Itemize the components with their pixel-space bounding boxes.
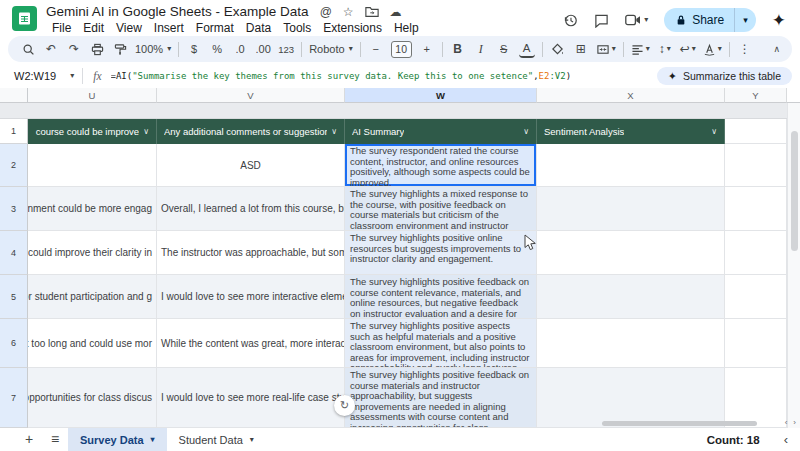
menu-tools[interactable]: Tools — [277, 21, 317, 36]
cell-y1[interactable] — [725, 119, 787, 144]
horizontal-align-button[interactable]: ▾ — [631, 40, 650, 58]
sheets-logo-icon[interactable] — [12, 6, 37, 31]
filter-chevron-icon[interactable]: ∨ — [331, 127, 337, 136]
cell-u6[interactable]: ten felt too long and could use mor — [28, 319, 157, 368]
cloud-saved-icon[interactable]: ☁ — [390, 6, 402, 18]
cell-y4[interactable] — [725, 231, 787, 275]
format-currency-button[interactable]: $ — [186, 40, 202, 58]
cell-y5[interactable] — [725, 275, 787, 319]
menu-view[interactable]: View — [110, 21, 148, 36]
text-rotation-button[interactable]: ▾ — [703, 40, 722, 58]
menu-help[interactable]: Help — [388, 21, 425, 36]
fill-color-button[interactable] — [550, 40, 566, 58]
vertical-align-button[interactable]: ↕ ▾ — [657, 40, 673, 58]
count-summary[interactable]: Count: 18 — [707, 434, 760, 446]
cell-w3[interactable]: The survey highlights a mixed response t… — [345, 187, 537, 231]
row-number-6[interactable]: 6 — [0, 319, 28, 368]
cell-y3[interactable] — [725, 187, 787, 231]
cell-w4[interactable]: The survey highlights positive online re… — [345, 231, 537, 275]
horizontal-scrollbar-handle[interactable] — [602, 421, 757, 426]
increase-font-size-button[interactable]: + — [419, 40, 435, 58]
undo-button[interactable]: ↶ — [43, 40, 59, 58]
column-header-y[interactable]: Y — [725, 88, 787, 103]
filter-chevron-icon[interactable]: ∨ — [143, 127, 149, 136]
expand-panel-icon[interactable]: ‹ — [784, 432, 788, 447]
search-menus-button[interactable] — [20, 40, 36, 58]
cell-v6[interactable]: While the content was great, more intera… — [157, 319, 345, 368]
redo-button[interactable]: ↷ — [66, 40, 82, 58]
paint-format-button[interactable] — [112, 40, 128, 58]
comments-icon[interactable] — [594, 13, 609, 28]
vertical-scrollbar[interactable] — [787, 103, 800, 428]
cell-w6[interactable]: The survey highlights positive aspects s… — [345, 319, 537, 368]
filter-chevron-icon[interactable]: ∨ — [523, 127, 529, 136]
more-toolbar-button[interactable]: ⋮ — [737, 40, 753, 58]
share-main[interactable]: Share — [664, 13, 734, 27]
row-number-5[interactable]: 5 — [0, 275, 28, 319]
share-dropdown-arrow-icon[interactable]: ▾ — [735, 15, 756, 25]
move-folder-icon[interactable] — [365, 6, 379, 17]
menu-edit[interactable]: Edit — [77, 21, 110, 36]
row-number-3[interactable]: 3 — [0, 187, 28, 231]
decrease-font-size-button[interactable]: − — [368, 40, 384, 58]
header-cell-v1[interactable]: Any additional comments or suggestions? … — [157, 119, 345, 144]
column-header-x[interactable]: X — [537, 88, 725, 103]
zoom-select[interactable]: 100% ▾ — [135, 43, 171, 55]
meet-call-button[interactable]: ▾ — [625, 14, 648, 26]
menu-file[interactable]: File — [46, 21, 77, 36]
filter-chevron-icon[interactable]: ∨ — [711, 127, 717, 136]
tab-survey-data[interactable]: Survey Data ▾ — [68, 428, 167, 451]
cell-x6[interactable] — [537, 319, 725, 368]
vertical-scrollbar-handle[interactable] — [791, 131, 798, 251]
borders-button[interactable]: ⊞ — [573, 40, 589, 58]
text-color-button[interactable]: A — [519, 40, 535, 58]
strikethrough-button[interactable]: S — [496, 40, 512, 58]
cell-x4[interactable] — [537, 231, 725, 275]
column-header-w[interactable]: W — [345, 88, 537, 103]
cell-x5[interactable] — [537, 275, 725, 319]
document-title[interactable]: Gemini AI in Google Sheets - Example Dat… — [46, 4, 309, 19]
header-cell-x1[interactable]: Sentiment Analysis ∨ — [537, 119, 725, 144]
scroll-right-icon[interactable]: › — [793, 418, 796, 427]
column-header-v[interactable]: V — [157, 88, 345, 103]
cell-y2[interactable] — [725, 144, 787, 187]
tab-menu-chevron-icon[interactable]: ▾ — [250, 436, 254, 444]
cell-y7[interactable] — [725, 368, 787, 428]
version-history-icon[interactable] — [563, 13, 578, 28]
format-percent-button[interactable]: % — [209, 40, 225, 58]
menu-format[interactable]: Format — [190, 21, 240, 36]
text-wrap-button[interactable]: ↩ ▾ — [680, 40, 696, 58]
cell-v3[interactable]: Overall, I learned a lot from this cours… — [157, 187, 345, 231]
cell-x2[interactable] — [537, 144, 725, 187]
cell-u3[interactable]: environment could be more engag — [28, 187, 157, 231]
print-button[interactable] — [89, 40, 105, 58]
name-box[interactable]: W2:W19 ▾ — [0, 70, 82, 82]
select-all-corner[interactable] — [0, 88, 28, 103]
font-size-input[interactable]: 10 — [391, 41, 412, 58]
tab-menu-chevron-icon[interactable]: ▾ — [151, 436, 155, 444]
cell-w5[interactable]: The survey highlights positive feedback … — [345, 275, 537, 319]
menu-insert[interactable]: Insert — [148, 21, 190, 36]
cell-w2-active[interactable]: The survey respondent rated the course c… — [345, 144, 537, 187]
row-number-1[interactable]: 1 — [0, 119, 28, 144]
cell-v4[interactable]: The instructor was approachable, but som… — [157, 231, 345, 275]
horizontal-scrollbar-arrows[interactable]: ‹ › — [785, 418, 796, 427]
cell-w7[interactable]: The survey highlights positive feedback … — [345, 368, 537, 428]
cell-u5[interactable]: ities for student participation and g — [28, 275, 157, 319]
share-button[interactable]: Share ▾ — [664, 8, 756, 32]
row-number-4[interactable]: 4 — [0, 231, 28, 275]
more-formats-button[interactable]: 123 — [278, 40, 294, 58]
menu-data[interactable]: Data — [240, 21, 277, 36]
merge-cells-button[interactable]: ▾ — [596, 40, 616, 58]
star-icon[interactable]: ☆ — [343, 6, 354, 18]
all-sheets-button[interactable]: ≡ — [42, 428, 68, 451]
add-sheet-button[interactable]: + — [16, 428, 42, 451]
cell-u2[interactable] — [28, 144, 157, 187]
column-header-u[interactable]: U — [28, 88, 157, 103]
decrease-decimal-button[interactable]: .0 — [232, 40, 248, 58]
chevron-down-icon[interactable]: ▾ — [644, 16, 648, 24]
cell-v2[interactable]: ASD — [157, 144, 345, 187]
chevron-down-icon[interactable]: ▾ — [70, 72, 74, 80]
row-number-2[interactable]: 2 — [0, 144, 28, 187]
increase-decimal-button[interactable]: .00 — [255, 40, 271, 58]
